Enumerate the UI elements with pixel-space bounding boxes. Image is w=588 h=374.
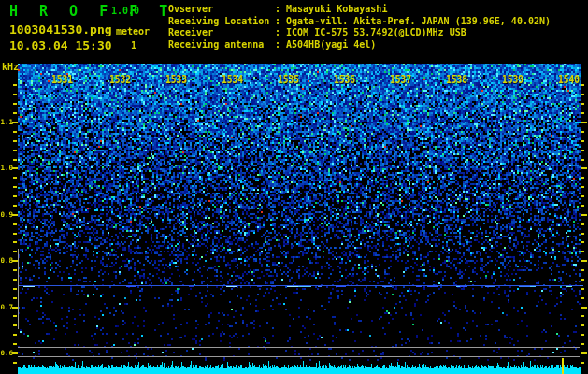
station-info-value: : Ogata-vill. Akita-Pref. JAPAN (139.96E… (275, 16, 551, 26)
station-info-label: Receiver (168, 27, 275, 37)
event-marker (562, 358, 564, 374)
y-axis-minor-tick (13, 177, 17, 179)
app-version: 1.0.0 (111, 6, 139, 16)
y-axis-minor-tick-right (581, 140, 584, 142)
app-title: H R O F F T (9, 3, 174, 20)
y-axis-major-tick-right (581, 167, 587, 169)
y-axis-minor-tick-right (581, 241, 584, 243)
y-axis-minor-tick (13, 288, 17, 290)
y-axis-minor-tick-right (581, 279, 584, 280)
y-axis-minor-tick-right (581, 103, 584, 105)
x-axis-minute-label: 1538 (446, 74, 467, 85)
y-axis-minor-tick (13, 94, 17, 95)
y-axis-minor-tick-right (581, 297, 584, 299)
y-axis-major-tick-right (581, 260, 587, 262)
y-axis-minor-tick (13, 315, 17, 317)
y-axis-minor-tick-right (581, 324, 584, 326)
y-axis-label: 1.1 (0, 119, 13, 126)
y-axis-unit-label: kHz (2, 62, 19, 72)
y-axis-major-tick-right (581, 352, 587, 354)
mode-label: meteor (116, 26, 150, 36)
y-axis-minor-tick (13, 269, 17, 271)
y-axis-minor-tick-right (581, 205, 584, 207)
x-axis-minute-label: 1531 (51, 74, 73, 85)
y-axis-minor-tick-right (581, 288, 584, 290)
x-axis-minute-label: 1537 (390, 74, 411, 85)
y-axis-minor-tick (13, 195, 17, 197)
y-axis-minor-tick-right (581, 334, 584, 336)
y-axis-minor-tick-right (581, 343, 584, 345)
y-axis-minor-tick-right (581, 186, 584, 188)
y-axis-label: 0.7 (0, 304, 13, 311)
y-axis-minor-tick-right (581, 315, 584, 317)
y-axis-minor-tick (13, 279, 17, 280)
y-axis-label: 0.6 (0, 350, 13, 357)
y-axis-minor-tick (13, 131, 17, 133)
y-axis-minor-tick (13, 159, 17, 161)
y-axis-minor-tick (13, 84, 17, 86)
x-axis-minute-label: 1535 (278, 74, 299, 85)
y-axis-minor-tick-right (581, 84, 584, 86)
y-axis-minor-tick (13, 362, 17, 364)
y-axis-minor-tick (13, 112, 17, 114)
station-info-label: Receiving antenna (168, 39, 275, 50)
y-axis-minor-tick-right (581, 94, 584, 95)
y-axis-major-tick-right (581, 122, 587, 123)
y-axis-minor-tick-right (581, 112, 584, 114)
y-axis-minor-tick (13, 343, 17, 345)
y-axis-minor-tick (13, 140, 17, 142)
y-axis-label: 1.0 (0, 165, 13, 172)
y-axis-minor-tick-right (581, 251, 584, 252)
station-info-row: Receiving Location: Ogata-vill. Akita-Pr… (168, 16, 551, 26)
y-axis-minor-tick-right (581, 269, 584, 271)
y-axis-minor-tick-right (581, 195, 584, 197)
station-info-value: : A504HB(yagi 4el) (275, 39, 376, 50)
y-axis-major-tick-right (581, 307, 587, 309)
station-info-label: Ovserver (168, 4, 275, 14)
x-axis-minute-label: 1536 (334, 74, 355, 85)
y-axis-minor-tick (13, 205, 17, 207)
x-axis-minute-label: 1533 (165, 74, 187, 85)
meteor-count: 1 (131, 40, 136, 50)
y-axis-minor-tick-right (581, 159, 584, 161)
x-axis-minute-label: 1540 (558, 74, 580, 85)
y-axis-label: 0.9 (0, 211, 13, 219)
y-axis-minor-tick (13, 186, 17, 188)
output-filename: 1003041530.png (9, 22, 112, 36)
station-info-value: : ICOM IC-575 53.7492(@LCD)MHz USB (275, 27, 466, 37)
x-axis-minute-label: 1532 (109, 74, 131, 85)
reference-line-upper (18, 347, 580, 348)
station-info-row: Receiving antenna: A504HB(yagi 4el) (168, 39, 376, 50)
y-axis-minor-tick-right (581, 233, 584, 235)
y-axis-major-tick-right (581, 214, 587, 216)
y-axis-minor-tick (13, 324, 17, 326)
station-info-row: Ovserver: Masayuki Kobayashi (168, 4, 387, 14)
y-axis-minor-tick (13, 241, 17, 243)
y-axis-minor-tick (13, 334, 17, 336)
y-axis-label: 0.8 (0, 257, 13, 265)
y-axis-minor-tick (13, 297, 17, 299)
y-axis-minor-tick-right (581, 131, 584, 133)
station-info-label: Receiving Location (168, 16, 275, 26)
station-info-row: Receiver: ICOM IC-575 53.7492(@LCD)MHz U… (168, 27, 466, 37)
plot-left-edge-line (18, 249, 19, 329)
y-axis-minor-tick (13, 150, 17, 151)
carrier-line (18, 285, 580, 286)
station-info-value: : Masayuki Kobayashi (275, 4, 387, 14)
x-axis-minute-label: 1539 (502, 74, 523, 85)
reference-line-lower (18, 356, 580, 357)
x-axis-minute-label: 1534 (222, 74, 243, 85)
hrofft-screen: H R O F F T 1.0.0 1003041530.png meteor … (0, 0, 588, 374)
y-axis-minor-tick-right (581, 150, 584, 151)
y-axis-minor-tick (13, 251, 17, 252)
y-axis-minor-tick (13, 223, 17, 225)
y-axis-minor-tick-right (581, 362, 584, 364)
y-axis-minor-tick (13, 233, 17, 235)
y-axis-minor-tick-right (581, 177, 584, 179)
y-axis-minor-tick (13, 103, 17, 105)
spectrogram-canvas (0, 0, 588, 374)
datetime-label: 10.03.04 15:30 (9, 38, 112, 52)
y-axis-minor-tick-right (581, 223, 584, 225)
